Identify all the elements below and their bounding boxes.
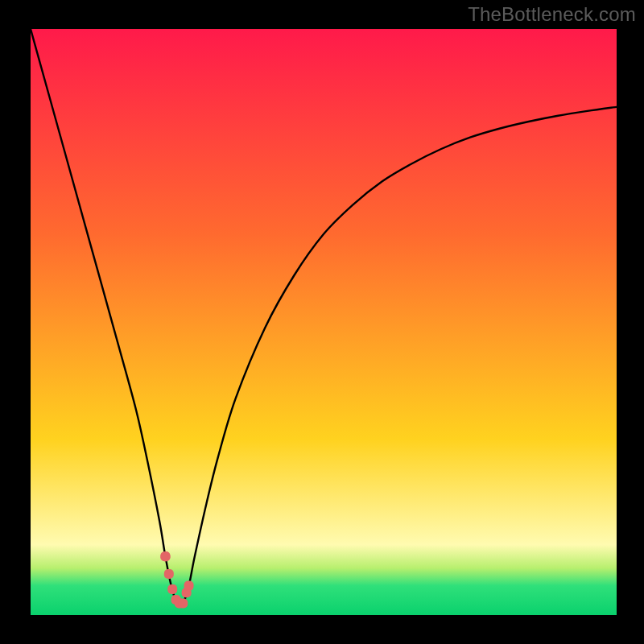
highlight-marker xyxy=(164,569,174,579)
highlight-marker xyxy=(178,598,188,608)
watermark-text: TheBottleneck.com xyxy=(468,3,636,26)
highlight-marker-end xyxy=(160,551,170,561)
highlight-marker-end xyxy=(184,581,194,591)
highlight-marker xyxy=(167,584,177,594)
plot-background xyxy=(31,29,617,615)
outer-black-frame: TheBottleneck.com xyxy=(0,0,644,644)
bottleneck-chart xyxy=(0,0,644,644)
